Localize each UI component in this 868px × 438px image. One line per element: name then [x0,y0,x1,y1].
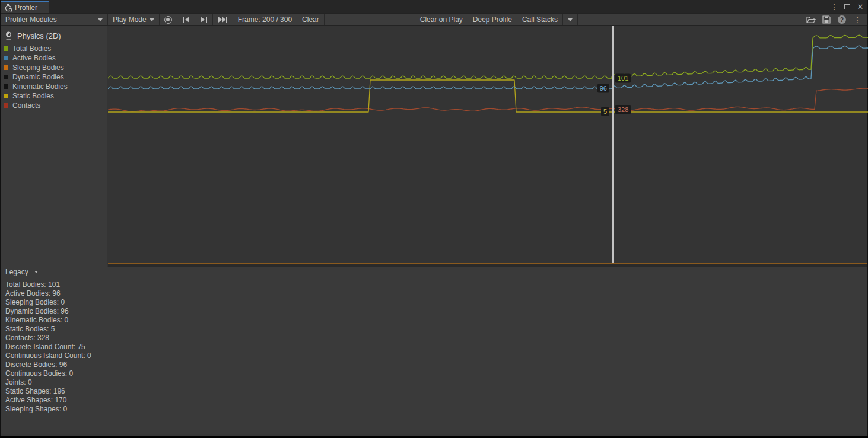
legend-swatch [4,84,8,89]
legend-item-active-bodies[interactable]: Active Bodies [1,53,107,63]
deep-profile-button[interactable]: Deep Profile [468,14,517,25]
playhead-line[interactable] [612,26,614,263]
legend-item-total-bodies[interactable]: Total Bodies [1,44,107,53]
chevron-down-icon [150,18,154,21]
next-frame-button[interactable] [195,14,213,25]
maximize-icon[interactable] [842,2,852,11]
chevron-down-icon [98,18,103,21]
frame-label: Frame: 200 / 300 [238,15,292,24]
stat-line-joints: Joints: 0 [5,378,867,387]
series-line-contacts [108,88,868,111]
legend-swatch [4,56,8,60]
chevron-down-icon [34,271,38,273]
chart-bottom-strip [108,264,867,267]
stat-line-continuous-island-count: Continuous Island Count: 0 [5,351,867,360]
deep-profile-label: Deep Profile [473,15,512,24]
save-profile-button[interactable] [820,14,833,25]
legend-label: Contacts [12,101,40,110]
stat-line-continuous-bodies: Continuous Bodies: 0 [5,369,867,378]
stopwatch-profiler-icon [4,4,12,12]
tab-profiler[interactable]: Profiler [1,1,49,13]
stat-line-sleeping-shapes: Sleeping Shapes: 0 [5,405,867,414]
module-title: Physics (2D) [17,31,61,40]
physics2d-icon [4,31,13,40]
frame-indicator: Frame: 200 / 300 [233,14,297,25]
open-folder-icon [806,16,816,24]
help-icon: ? [838,15,846,24]
legend-swatch [4,75,8,79]
stat-line-static-shapes: Static Shapes: 196 [5,387,867,396]
context-menu-button[interactable]: ⋮ [851,14,864,25]
clear-on-play-label: Clear on Play [420,15,463,24]
previous-frame-icon [182,16,190,23]
stat-line-kinematic-bodies: Kinematic Bodies: 0 [5,316,867,325]
chevron-down-icon [568,18,573,21]
titlebar: Profiler ⋮ ✕ [1,0,867,13]
legend-item-dynamic-bodies[interactable]: Dynamic Bodies [1,72,107,82]
stat-line-static-bodies: Static Bodies: 5 [5,325,867,334]
legend-swatch [4,65,8,70]
series-line-static-bodies [108,80,868,112]
previous-frame-button[interactable] [177,14,195,25]
stat-line-discrete-bodies: Discrete Bodies: 96 [5,360,867,369]
toolbar: Profiler Modules Play Mode [1,13,867,26]
window-menu-icon[interactable]: ⋮ [829,2,839,11]
legend-label: Dynamic Bodies [12,73,64,81]
legacy-dropdown-label: Legacy [5,268,28,276]
next-frame-icon [200,16,208,23]
profiler-window: Profiler ⋮ ✕ Profiler Modules Play Mode [0,0,868,436]
value-badge-5: 5 [601,107,609,116]
chart-area[interactable]: 101965328 [108,26,867,267]
stat-line-active-bodies: Active Bodies: 96 [5,289,867,298]
legacy-toolbar: Legacy [1,267,867,277]
legend-swatch [4,94,8,98]
legend-item-contacts[interactable]: Contacts [1,101,107,110]
call-stacks-button[interactable]: Call Stacks [517,14,563,25]
chart-plot [108,26,868,263]
legend-label: Active Bodies [12,54,56,62]
legend-label: Total Bodies [12,44,51,53]
record-button[interactable] [160,14,177,25]
legend: Total BodiesActive BodiesSleeping Bodies… [1,44,107,110]
value-badge-328: 328 [615,105,631,114]
load-profile-button[interactable] [805,14,818,25]
stat-line-discrete-island-count: Discrete Island Count: 75 [5,343,867,351]
legend-swatch [4,103,8,108]
profiler-main: Physics (2D) Total BodiesActive BodiesSl… [1,26,867,267]
current-frame-button[interactable] [213,14,233,25]
help-button[interactable]: ? [835,14,848,25]
last-frame-icon [218,16,228,23]
profiler-modules-dropdown[interactable]: Profiler Modules [1,14,108,25]
stat-line-active-shapes: Active Shapes: 170 [5,396,867,405]
legend-item-kinematic-bodies[interactable]: Kinematic Bodies [1,82,107,91]
toolbar-spacer [325,14,415,25]
legacy-dropdown[interactable]: Legacy [1,267,43,277]
play-mode-dropdown[interactable]: Play Mode [108,14,160,25]
legend-label: Sleeping Bodies [12,63,64,72]
series-line-total-bodies [108,35,868,78]
play-mode-label: Play Mode [113,15,147,24]
call-stacks-label: Call Stacks [522,15,558,24]
floppy-save-icon [822,15,831,24]
stat-line-sleeping-bodies: Sleeping Bodies: 0 [5,298,867,307]
legend-swatch [4,46,8,51]
stat-line-contacts: Contacts: 328 [5,334,867,343]
close-icon[interactable]: ✕ [856,2,865,11]
legend-item-static-bodies[interactable]: Static Bodies [1,91,107,101]
series-line-active-bodies [108,46,868,89]
stat-line-total-bodies: Total Bodies: 101 [5,280,867,289]
module-header[interactable]: Physics (2D) [1,26,107,44]
clear-on-play-button[interactable]: Clear on Play [415,14,468,25]
value-badge-96: 96 [597,84,609,93]
module-sidebar: Physics (2D) Total BodiesActive BodiesSl… [1,26,107,267]
call-stacks-dropdown[interactable] [563,14,578,25]
value-badge-101: 101 [615,74,631,83]
legend-item-sleeping-bodies[interactable]: Sleeping Bodies [1,63,107,72]
profiler-modules-label: Profiler Modules [5,15,57,24]
legend-label: Static Bodies [12,92,54,100]
clear-button[interactable]: Clear [297,14,325,25]
record-icon [164,16,172,24]
clear-label: Clear [302,15,319,24]
tab-label: Profiler [15,4,37,12]
stats-pane: Total Bodies: 101Active Bodies: 96Sleepi… [1,277,867,434]
